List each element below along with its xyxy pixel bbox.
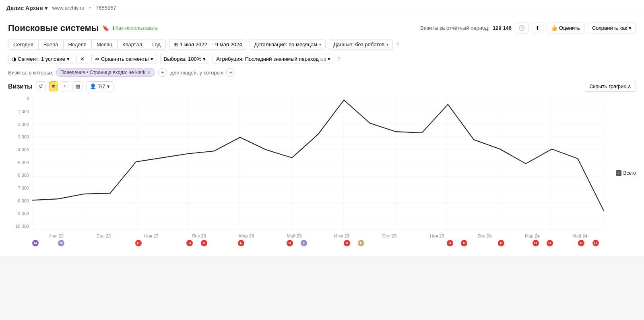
filter-row: ◑ Сегмент: 1 условие ▾ ✕ ⇔ Сравнить сегм… [8,54,636,64]
visits-section-title: Визиты [8,83,33,90]
marker-h-nov23a: Н [447,240,453,246]
x-label-sep22: Сен 22 [80,233,127,238]
x-label-mar24: Мар 24 [508,233,556,238]
x-label-jul22: Июл 22 [32,233,80,238]
chevron-down-icon: ▾ [203,56,206,62]
y-label-0: 0 [8,97,32,101]
site-id: 7655857 [96,5,116,11]
detail-dropdown[interactable]: Детализация: по месяцам ▾ [250,39,326,50]
person-icon: 👤 [90,83,96,89]
marker-m-jul22: М [32,240,39,246]
line-chart-svg [32,97,604,229]
marker-h-may23a: Н [287,240,293,246]
chart-line [32,100,604,211]
chart-container: 10 000 9 000 8 000 7 000 6 000 5 000 4 0… [8,97,636,250]
sample-dropdown[interactable]: Выборка: 100% ▾ [160,54,210,64]
bookmark-icon[interactable]: 🔖 [102,25,109,31]
y-label-6000: 6 000 [8,173,32,178]
bar-chart-button[interactable]: ▦ [72,81,83,91]
x-label-jan23: Янв 23 [175,233,223,238]
marker-h-may23b: Н [301,240,307,246]
info-circle-icon: ℹ [112,25,114,31]
x-axis-labels: Июл 22 Сен 22 Ноя 22 Янв 23 Мар 23 Май 2… [32,233,604,238]
data-type-dropdown[interactable]: Данные: без роботов ▾ [329,39,393,50]
marker-h-jul23a: Н [344,240,350,246]
chart-legend: ✓ Всего [616,170,636,176]
line-chart-button[interactable]: ≡ [49,81,58,91]
toolbar-row: Сегодня Вчера Неделя Месяц Квартал Год ⊞… [8,39,636,50]
separator: • [89,5,91,11]
visits-period-label: Визиты за отчётный период: [420,25,489,31]
area-chart-button[interactable]: ≈ [61,81,69,91]
save-button[interactable]: Сохранить как ▾ [588,23,636,33]
compare-icon: ⇔ [95,56,99,62]
marker-h-jan24: Н [498,240,504,246]
site-name[interactable]: Делис Архив ▾ [6,5,47,11]
period-yesterday[interactable]: Вчера [39,39,64,50]
segment-filter[interactable]: ◑ Сегмент: 1 условие ▾ [8,54,73,64]
y-label-8000: 8 000 [8,199,32,203]
period-year[interactable]: Год [147,39,165,50]
x-label-nov22: Ноя 22 [128,233,175,238]
marker-h-mar24b: Н [547,240,553,246]
segment-condition-row: Визиты, в которых Поведение • Страница в… [8,68,636,77]
chevron-down-icon: ▾ [151,56,153,62]
header-right: Визиты за отчётный период: 129 146 🕐 ⬆ 👍… [420,23,636,33]
top-bar: Делис Архив ▾ www.archiv.ru • 7655857 [0,0,644,16]
attribution-dropdown[interactable]: Атрибуция: Последний значимый переход к/… [213,54,334,64]
period-week[interactable]: Неделя [64,39,92,50]
marker-m-aug22: М [58,240,64,246]
rate-button[interactable]: 👍 Оценить [547,23,584,33]
y-label-10000: 10 000 [8,224,32,229]
period-quarter[interactable]: Квартал [118,39,147,50]
chevron-down-icon: ▾ [107,83,110,89]
marker-row: М М Н Н Н Н Н Н Н Е Н Н Н Н Н Н Н [32,240,604,247]
period-today[interactable]: Сегодня [8,39,39,50]
x-label-jan24: Янв 24 [461,233,508,238]
x-label-mar23: Мар 23 [223,233,270,238]
marker-h-mar23: Н [238,240,244,246]
site-url: www.archiv.ru [52,5,85,11]
period-month[interactable]: Месяц [92,39,118,50]
x-label-sep23: Сен 23 [365,233,413,238]
hide-chart-button[interactable]: Скрыть график ∧ [585,81,636,92]
visits-in-which-label: Визиты, в которых [8,70,53,76]
remove-behavior-icon[interactable]: ✕ [147,70,151,75]
info-link[interactable]: ℹ Как использовать [112,25,158,31]
close-segment-button[interactable]: ✕ [76,54,88,64]
date-range-picker[interactable]: ⊞ 1 июл 2022 — 9 мая 2024 [169,39,247,50]
export-button[interactable]: ⬆ [532,23,543,33]
pie-icon: ◑ [12,56,16,62]
y-label-4000: 4 000 [8,148,32,152]
y-label-9000: 9 000 [8,211,32,216]
for-people-label: для людей, у которых [170,70,223,76]
page-title: Поисковые системы [8,23,99,33]
y-label-1000: 1 000 [8,109,32,114]
attribution-suffix: к/д [320,57,326,62]
info-icon-2[interactable]: ? [337,56,340,62]
y-label-7000: 7 000 [8,186,32,190]
chevron-down-icon: ▾ [319,42,321,47]
add-people-condition-button[interactable]: + [226,68,235,77]
marker-h-nov22: Н [135,240,142,246]
add-condition-button[interactable]: + [158,68,167,77]
behavior-chip[interactable]: Поведение • Страница входа: не klerk ✕ [56,68,155,77]
y-label-3000: 3 000 [8,135,32,139]
chart-area [32,97,604,229]
x-label-jul23: Июл 23 [318,233,365,238]
reload-chart-button[interactable]: ↺ [36,81,46,91]
segments-count-dropdown[interactable]: 👤 7/7 ▾ [86,81,113,91]
legend-label: Всего [623,170,636,176]
chevron-down-icon: ▾ [386,42,388,47]
period-buttons: Сегодня Вчера Неделя Месяц Квартал Год [8,39,166,50]
info-icon[interactable]: ? [396,41,399,47]
x-label-may24: Май 24 [556,233,604,238]
clock-button[interactable]: 🕐 [515,23,528,33]
page-header: Поисковые системы 🔖 ℹ Как использовать В… [8,23,636,33]
marker-h-may24a: Н [578,240,584,246]
compare-segments[interactable]: ⇔ Сравнить сегменты ▾ [91,54,157,64]
marker-h-nov23b: Н [461,240,467,246]
chevron-up-icon: ∧ [627,83,632,89]
marker-h-may24b: Н [592,240,599,246]
y-axis: 10 000 9 000 8 000 7 000 6 000 5 000 4 0… [8,97,32,229]
